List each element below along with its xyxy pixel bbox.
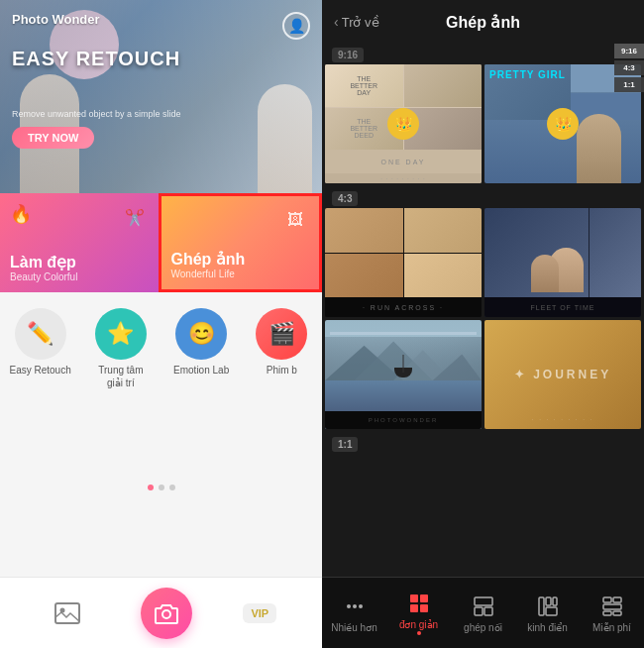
hero-description: Remove unwanted object by a simple slide bbox=[12, 109, 181, 119]
hero-subtitle: EASY RETOUCH bbox=[12, 48, 180, 69]
page-dots bbox=[0, 397, 322, 577]
svg-rect-21 bbox=[603, 597, 611, 602]
svg-point-8 bbox=[353, 604, 357, 608]
ratio-indicator-11[interactable]: 1:1 bbox=[614, 77, 644, 92]
app-title: Photo Wonder bbox=[12, 12, 100, 27]
ghep-anh-subtitle: Wonderful Life bbox=[171, 269, 310, 279]
template-grid-916: THEBETTERDAY THEBETTERDEED ONE DAY · · ·… bbox=[322, 64, 644, 183]
tab-mien-phi[interactable]: Miễn phí bbox=[580, 594, 644, 633]
feature-cards: 🔥 ✂️ Làm đẹp Beauty Colorful 🖼 Ghép ảnh … bbox=[0, 193, 322, 292]
lam-dep-title: Làm đẹp bbox=[10, 253, 149, 271]
right-page-title: Ghép ảnh bbox=[446, 13, 520, 32]
easy-retouch-label: Easy Retouch bbox=[9, 364, 70, 377]
easy-retouch-icon: ✏️ bbox=[15, 308, 66, 360]
svg-rect-0 bbox=[55, 603, 79, 623]
trung-tam-label: Trung tâmgiải trí bbox=[98, 364, 143, 389]
bottom-nav-left: VIP bbox=[0, 577, 322, 648]
pretty-girl-text: PRETTY GIRL bbox=[489, 69, 566, 80]
svg-point-9 bbox=[359, 604, 363, 608]
tab-kinh-dien[interactable]: kinh điển bbox=[515, 594, 580, 633]
phim-b-label: Phim b bbox=[267, 364, 297, 377]
svg-rect-15 bbox=[475, 607, 483, 615]
svg-rect-16 bbox=[484, 607, 492, 615]
trung-tam-icon: ⭐ bbox=[95, 308, 147, 360]
right-panel: ‹ Trở về Ghép ảnh 9:16 4:3 1:1 9:16 bbox=[322, 0, 644, 648]
try-now-button[interactable]: TRY NOW bbox=[12, 127, 94, 149]
back-button[interactable]: ‹ Trở về bbox=[334, 14, 379, 30]
lam-dep-fire-icon: 🔥 bbox=[10, 203, 32, 225]
left-panel: Photo Wonder 👤 EASY RETOUCH Remove unwan… bbox=[0, 0, 322, 648]
gallery-nav-icon[interactable] bbox=[46, 592, 89, 635]
tool-trung-tam[interactable]: ⭐ Trung tâmgiải trí bbox=[80, 308, 161, 389]
don-gian-active-dot bbox=[417, 631, 421, 635]
lam-dep-subtitle: Beauty Colorful bbox=[10, 271, 149, 282]
kinh-dien-label: kinh điển bbox=[527, 622, 567, 633]
template-run-across[interactable]: · RUN ACROSS · bbox=[325, 208, 482, 317]
ghep-noi-label: ghép nối bbox=[464, 622, 502, 633]
svg-rect-20 bbox=[546, 607, 557, 615]
svg-point-7 bbox=[347, 604, 351, 608]
svg-rect-12 bbox=[410, 604, 418, 612]
tab-ghep-noi[interactable]: ghép nối bbox=[451, 594, 515, 633]
svg-rect-22 bbox=[613, 597, 621, 602]
nhieu-hon-label: Nhiều hơn bbox=[331, 622, 376, 633]
svg-rect-23 bbox=[603, 604, 621, 609]
svg-rect-17 bbox=[539, 597, 544, 615]
back-label: Trở về bbox=[342, 15, 379, 30]
emotion-lab-label: Emotion Lab bbox=[173, 364, 229, 377]
vip-badge[interactable]: VIP bbox=[243, 603, 276, 623]
don-gian-label: đơn giản bbox=[399, 619, 438, 630]
template-journey[interactable]: ✦ JOURNEY · · · · · · · · · bbox=[484, 320, 641, 429]
svg-rect-19 bbox=[553, 597, 557, 605]
dot-3 bbox=[169, 485, 175, 490]
mien-phi-icon bbox=[599, 594, 625, 619]
section-43: 4:3 · RUN ACRO bbox=[322, 187, 644, 429]
svg-marker-6 bbox=[433, 354, 482, 379]
template-photowonder[interactable]: PHOTOWONDER bbox=[325, 320, 482, 429]
dot-2 bbox=[159, 485, 164, 490]
section-11-label: 1:1 bbox=[322, 433, 644, 454]
profile-icon[interactable]: 👤 bbox=[282, 12, 310, 40]
tool-emotion-lab[interactable]: 😊 Emotion Lab bbox=[161, 308, 242, 389]
hero-banner: Photo Wonder 👤 EASY RETOUCH Remove unwan… bbox=[0, 0, 322, 193]
tool-phim-b[interactable]: 🎬 Phim b bbox=[242, 308, 322, 389]
svg-rect-18 bbox=[546, 597, 551, 605]
template-fleet-of-time[interactable]: FLEET OF TIME bbox=[484, 208, 641, 317]
mien-phi-label: Miễn phí bbox=[592, 622, 631, 633]
dot-1 bbox=[148, 485, 154, 490]
ratio-indicator-43[interactable]: 4:3 bbox=[614, 60, 644, 75]
right-scroll-area[interactable]: 9:16 4:3 1:1 9:16 THEBETTERDAY THEBE bbox=[322, 44, 644, 577]
back-chevron-icon: ‹ bbox=[334, 14, 339, 30]
svg-rect-10 bbox=[410, 594, 418, 602]
card-lam-dep[interactable]: 🔥 ✂️ Làm đẹp Beauty Colorful bbox=[0, 193, 159, 292]
section-916: 9:16 THEBETTERDAY THEBETTERDEED bbox=[322, 44, 644, 183]
svg-rect-13 bbox=[420, 604, 428, 612]
crown-badge-1: 👑 bbox=[387, 108, 419, 140]
svg-rect-24 bbox=[603, 611, 611, 615]
svg-point-2 bbox=[162, 610, 170, 618]
card-ghep-anh[interactable]: 🖼 Ghép ảnh Wonderful Life bbox=[159, 193, 323, 292]
kinh-dien-icon bbox=[535, 594, 561, 619]
tab-don-gian[interactable]: đơn giản bbox=[386, 591, 451, 635]
svg-rect-25 bbox=[613, 611, 621, 615]
phim-b-icon: 🎬 bbox=[256, 308, 307, 360]
tab-nhieu-hon[interactable]: Nhiều hơn bbox=[322, 594, 386, 633]
ratio-43-label: 4:3 bbox=[322, 187, 644, 208]
ratio-indicator-916[interactable]: 9:16 bbox=[614, 44, 644, 58]
emotion-lab-icon: 😊 bbox=[175, 308, 227, 360]
template-one-day[interactable]: THEBETTERDAY THEBETTERDEED ONE DAY · · ·… bbox=[325, 64, 482, 183]
right-header: ‹ Trở về Ghép ảnh bbox=[322, 0, 644, 44]
lam-dep-tool-icon: ✂️ bbox=[121, 203, 149, 231]
crown-badge-2: 👑 bbox=[547, 108, 579, 140]
svg-rect-11 bbox=[420, 594, 428, 602]
ghep-anh-collage-icon: 🖼 bbox=[281, 206, 309, 234]
tool-easy-retouch[interactable]: ✏️ Easy Retouch bbox=[0, 308, 80, 389]
ghep-noi-icon bbox=[471, 594, 496, 619]
svg-rect-14 bbox=[475, 597, 492, 605]
nhieu-hon-icon bbox=[342, 594, 368, 619]
ratio-916-label: 9:16 bbox=[322, 44, 644, 64]
quick-tools: ✏️ Easy Retouch ⭐ Trung tâmgiải trí 😊 Em… bbox=[0, 292, 322, 397]
camera-nav-button[interactable] bbox=[141, 588, 192, 639]
ghep-anh-title: Ghép ảnh bbox=[171, 250, 310, 269]
right-bottom-tabs: Nhiều hơn đơn giản bbox=[322, 577, 644, 648]
